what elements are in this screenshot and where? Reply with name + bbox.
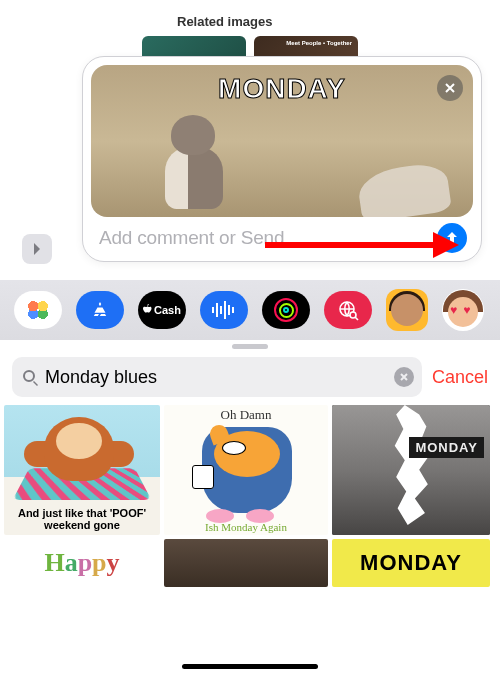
- apple-cash-icon[interactable]: Cash: [138, 291, 186, 329]
- gif-caption: MONDAY: [91, 73, 473, 105]
- gif-caption: Happy: [44, 548, 119, 578]
- app-store-icon[interactable]: [76, 291, 124, 329]
- comment-input[interactable]: Add comment or Send: [99, 227, 429, 249]
- fitness-icon[interactable]: [262, 291, 310, 329]
- activity-rings-icon: [274, 298, 298, 322]
- svg-rect-2: [212, 307, 214, 313]
- compose-input-row: Add comment or Send: [91, 217, 473, 255]
- gif-results-grid-row2: Happy MONDAY: [0, 535, 500, 587]
- gif-results-grid: And just like that 'POOF' weekend gone O…: [0, 397, 500, 535]
- globe-search-icon: [337, 299, 359, 321]
- gif-result[interactable]: Happy: [4, 539, 160, 587]
- photos-app-icon[interactable]: [14, 291, 62, 329]
- cancel-button[interactable]: Cancel: [432, 367, 488, 388]
- gif-caption: And just like that 'POOF' weekend gone: [8, 507, 156, 531]
- svg-rect-6: [228, 305, 230, 315]
- gif-search-icon[interactable]: [324, 291, 372, 329]
- memoji-sticker-1[interactable]: [386, 289, 428, 331]
- close-icon: [399, 372, 409, 382]
- related-images-label: Related images: [177, 14, 272, 29]
- gif-caption: Ish Monday Again: [164, 521, 328, 533]
- gif-caption: Oh Damn: [164, 407, 328, 423]
- remove-attachment-button[interactable]: [437, 75, 463, 101]
- arrow-up-icon: [444, 230, 460, 246]
- gif-result[interactable]: And just like that 'POOF' weekend gone: [4, 405, 160, 535]
- gif-search-row: Monday blues Cancel: [0, 357, 500, 397]
- gif-search-field[interactable]: Monday blues: [12, 357, 422, 397]
- gif-result[interactable]: MONDAY: [332, 405, 490, 535]
- svg-rect-5: [224, 301, 226, 319]
- memoji-sticker-2[interactable]: ♥♥: [442, 289, 484, 331]
- search-icon: [22, 369, 39, 386]
- expand-apps-chevron[interactable]: [22, 234, 52, 264]
- waveform-icon: [211, 301, 237, 319]
- apple-logo-icon: [143, 304, 153, 316]
- search-input-text[interactable]: Monday blues: [45, 367, 394, 388]
- gif-drawer: Monday blues Cancel And just like that '…: [0, 340, 500, 677]
- gif-result[interactable]: MONDAY: [332, 539, 490, 587]
- gif-caption: MONDAY: [360, 550, 462, 576]
- chevron-right-icon: [31, 241, 43, 257]
- imessage-app-tray: Cash ♥♥: [0, 280, 500, 340]
- drawer-grab-handle[interactable]: [232, 344, 268, 349]
- audio-messages-icon[interactable]: [200, 291, 248, 329]
- gif-result[interactable]: [164, 539, 328, 587]
- gif-preview[interactable]: MONDAY: [91, 65, 473, 217]
- clear-search-button[interactable]: [394, 367, 414, 387]
- close-icon: [444, 82, 456, 94]
- svg-rect-7: [232, 307, 234, 313]
- gif-caption: MONDAY: [409, 437, 484, 458]
- appstore-glyph-icon: [89, 299, 111, 321]
- home-indicator[interactable]: [182, 664, 318, 669]
- svg-rect-4: [220, 306, 222, 314]
- svg-rect-3: [216, 303, 218, 317]
- send-button[interactable]: [437, 223, 467, 253]
- gif-result[interactable]: Oh Damn Ish Monday Again: [164, 405, 328, 535]
- message-compose-card: MONDAY Add comment or Send: [82, 56, 482, 262]
